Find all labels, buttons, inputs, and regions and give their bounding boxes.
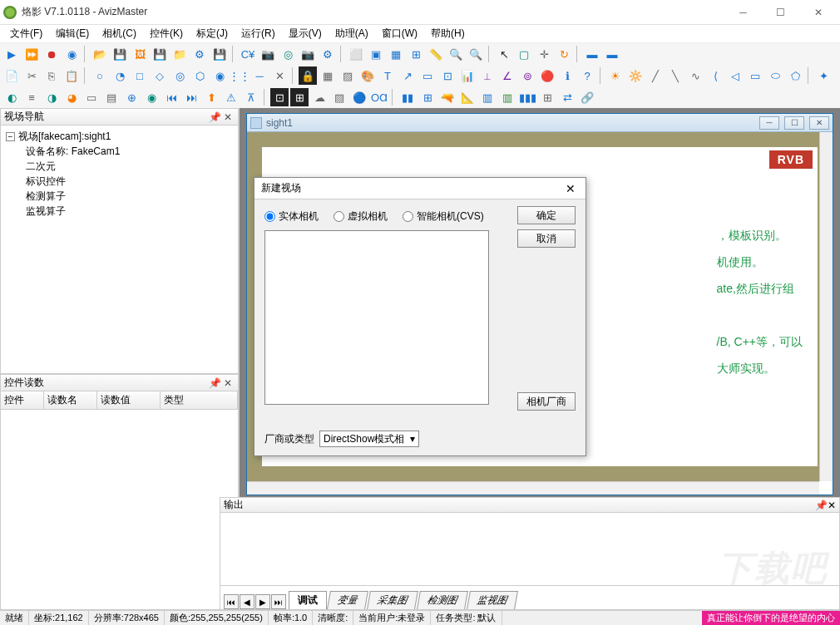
- layout1-icon[interactable]: ▬: [583, 45, 601, 63]
- chart-icon[interactable]: 📊: [458, 66, 477, 85]
- pentagon-icon[interactable]: ⬠: [786, 66, 804, 85]
- noise-icon[interactable]: ▨: [330, 88, 348, 106]
- swap-icon[interactable]: ⇄: [558, 88, 576, 106]
- maximize-button[interactable]: ☐: [762, 0, 799, 25]
- tree-item-monitor[interactable]: 监视算子: [6, 204, 233, 219]
- window-actual-icon[interactable]: ▣: [367, 45, 385, 63]
- camera-list[interactable]: [264, 230, 489, 405]
- arrow-icon[interactable]: ↗: [398, 66, 417, 85]
- tab-first-icon[interactable]: ⏮: [224, 594, 239, 609]
- tab-next-icon[interactable]: ▶: [255, 594, 270, 609]
- settings-icon[interactable]: ⚙: [319, 45, 337, 63]
- shape-rings-icon[interactable]: ◉: [210, 66, 229, 85]
- grid-icon[interactable]: ⊞: [407, 45, 425, 63]
- target2-icon[interactable]: ⊕: [122, 88, 141, 106]
- panel-close-icon[interactable]: ✕: [221, 111, 235, 123]
- shape-hex-icon[interactable]: ⬡: [190, 66, 209, 85]
- pin-icon[interactable]: 📌: [208, 111, 221, 123]
- filter1-icon[interactable]: ⊡: [270, 88, 289, 106]
- tab-variables[interactable]: 变量: [327, 591, 368, 609]
- wand-icon[interactable]: ✦: [814, 66, 833, 85]
- text-icon[interactable]: T: [378, 66, 397, 85]
- col-type[interactable]: 类型: [161, 391, 238, 409]
- skip-back-icon[interactable]: ⏮: [162, 88, 180, 106]
- tree-item-marker[interactable]: 标识控件: [6, 174, 233, 189]
- panel-close-icon[interactable]: ✕: [828, 500, 836, 511]
- output-body[interactable]: [220, 513, 839, 586]
- circle-fit-icon[interactable]: ⊚: [518, 66, 536, 85]
- mdi-minimize-button[interactable]: ─: [759, 116, 779, 130]
- tree-item-2d[interactable]: 二次元: [6, 159, 233, 174]
- cut-icon[interactable]: ✂: [22, 66, 41, 85]
- barcode2-icon[interactable]: ⊞: [418, 88, 437, 106]
- scrollbar-horizontal[interactable]: [247, 481, 819, 495]
- copy-icon[interactable]: ⎘: [42, 66, 61, 85]
- save-image-icon[interactable]: 💾: [151, 45, 169, 63]
- tab-detect[interactable]: 检测图: [417, 591, 468, 609]
- radio-smart-camera[interactable]: 智能相机(CVS): [403, 209, 484, 224]
- hist2-icon[interactable]: ▥: [498, 88, 516, 106]
- rect2-icon[interactable]: ▭: [746, 66, 764, 85]
- collapse-icon[interactable]: −: [6, 132, 15, 141]
- filter2-icon[interactable]: ⊞: [290, 88, 309, 106]
- cv-icon[interactable]: C¥: [239, 45, 257, 63]
- radio-virtual-camera[interactable]: 虚拟相机: [334, 209, 388, 224]
- ruler-icon[interactable]: 📏: [427, 45, 445, 63]
- save-config-icon[interactable]: ⚙: [190, 45, 209, 63]
- menu-calibrate[interactable]: 标定(J): [190, 25, 235, 42]
- group-icon[interactable]: ⊡: [438, 66, 457, 85]
- tab-monitor[interactable]: 监视图: [467, 591, 518, 609]
- rotate-icon[interactable]: ↻: [555, 45, 573, 63]
- menu-camera[interactable]: 相机(C): [96, 25, 143, 42]
- shape-line-icon[interactable]: ─: [250, 66, 269, 85]
- measure2-icon[interactable]: ∠: [498, 66, 516, 85]
- polyline-icon[interactable]: ╲: [666, 66, 684, 85]
- saveall-icon[interactable]: 💾: [210, 45, 229, 63]
- target-icon[interactable]: ◎: [279, 45, 297, 63]
- minimize-button[interactable]: ─: [724, 0, 762, 25]
- ellipse-icon[interactable]: ⬭: [766, 66, 784, 85]
- panel-close-icon[interactable]: ✕: [221, 377, 235, 389]
- tab-capture[interactable]: 采集图: [367, 591, 418, 609]
- spray-icon[interactable]: 🔫: [438, 88, 457, 106]
- col-control[interactable]: 控件: [1, 391, 44, 409]
- measure1-icon[interactable]: ⟂: [478, 66, 497, 85]
- vendor-button[interactable]: 相机厂商: [517, 392, 576, 411]
- paste-icon[interactable]: 📋: [62, 66, 81, 85]
- grid3-icon[interactable]: ⊞: [538, 88, 556, 106]
- window-tile-icon[interactable]: ▦: [387, 45, 405, 63]
- menu-help[interactable]: 帮助(H): [424, 25, 472, 42]
- mdi-close-button[interactable]: ✕: [809, 116, 829, 130]
- curve-icon[interactable]: ∿: [686, 66, 704, 85]
- shape-sector-icon[interactable]: ◔: [111, 66, 129, 85]
- folder-gear-icon[interactable]: 📁: [170, 45, 189, 63]
- open-folder-icon[interactable]: 📂: [91, 45, 109, 63]
- menu-assistant[interactable]: 助理(A): [329, 25, 375, 42]
- col-name[interactable]: 读数名: [44, 391, 97, 409]
- tab-debug[interactable]: 调试: [289, 591, 327, 609]
- tab-last-icon[interactable]: ⏭: [271, 594, 286, 609]
- ok-button[interactable]: 确定: [517, 206, 576, 224]
- shape-dots-icon[interactable]: ⋮⋮: [230, 66, 249, 85]
- brightness-icon[interactable]: 🔆: [626, 66, 645, 85]
- menu-run[interactable]: 运行(R): [235, 25, 282, 42]
- pin-icon[interactable]: 📌: [208, 377, 221, 389]
- menu-window[interactable]: 窗口(W): [375, 25, 424, 42]
- menu-view[interactable]: 显示(V): [282, 25, 329, 42]
- shape-square-icon[interactable]: □: [131, 66, 149, 85]
- aperture-icon[interactable]: ◉: [62, 45, 81, 63]
- color-wheel-icon[interactable]: 🔴: [538, 66, 556, 85]
- hatch-icon[interactable]: ▨: [338, 66, 357, 85]
- line-tool-icon[interactable]: ╱: [646, 66, 665, 85]
- open-image-icon[interactable]: 🖼: [131, 45, 149, 63]
- link-icon[interactable]: 🔗: [578, 88, 596, 106]
- pointer-icon[interactable]: ↖: [495, 45, 513, 63]
- play-fast-icon[interactable]: ⏩: [22, 45, 41, 63]
- stack-icon[interactable]: ▤: [102, 88, 121, 106]
- dialog-titlebar[interactable]: 新建视场 ✕: [254, 178, 586, 199]
- radio-physical-camera[interactable]: 实体相机: [264, 209, 319, 224]
- menu-edit[interactable]: 编辑(E): [49, 25, 96, 42]
- shape-circle-icon[interactable]: ○: [91, 66, 109, 85]
- crosshair-icon[interactable]: ✛: [535, 45, 553, 63]
- tree-item-detect[interactable]: 检测算子: [6, 189, 233, 204]
